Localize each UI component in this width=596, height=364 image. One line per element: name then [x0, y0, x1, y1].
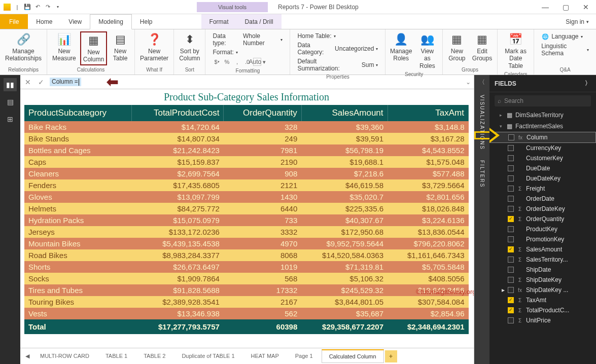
- field-item[interactable]: ΣTaxAmt: [489, 295, 596, 305]
- model-view-icon[interactable]: ⊞: [4, 113, 17, 126]
- add-page-button[interactable]: +: [385, 350, 397, 362]
- field-item[interactable]: ΣFreight: [489, 184, 596, 194]
- sort-by-column-button[interactable]: ⬍Sort by Column: [177, 31, 202, 63]
- sheet-tab[interactable]: HEAT MAP: [243, 349, 287, 363]
- field-item[interactable]: ΣSalesTerritory...: [489, 254, 596, 265]
- field-checkbox[interactable]: [508, 297, 514, 303]
- field-item[interactable]: ΣUnitPrice: [489, 315, 596, 325]
- field-checkbox[interactable]: [508, 134, 514, 140]
- view-as-roles-button[interactable]: 👥View as Roles: [415, 31, 439, 70]
- new-table-button[interactable]: ▤New Table: [109, 31, 131, 63]
- field-checkbox[interactable]: [508, 206, 514, 212]
- home-menu[interactable]: Home: [28, 14, 60, 29]
- fields-search-input[interactable]: ⌕Search: [495, 95, 591, 106]
- field-checkbox[interactable]: [508, 155, 514, 161]
- fields-table[interactable]: ▾▦FactInternetSales: [489, 121, 596, 132]
- field-item[interactable]: ProductKey: [489, 224, 596, 234]
- new-group-button[interactable]: ▦New Group: [446, 31, 468, 63]
- column-header[interactable]: SalesAmount: [301, 105, 388, 121]
- sheet-tab[interactable]: TABLE 1: [98, 349, 135, 363]
- field-item[interactable]: CustomerKey: [489, 153, 596, 163]
- sheet-tab[interactable]: TABLE 2: [136, 349, 173, 363]
- sheet-tab[interactable]: Page 1: [288, 349, 321, 363]
- mark-as-date-table-button[interactable]: 📅Mark as Date Table: [501, 31, 531, 70]
- percent-icon[interactable]: %: [223, 58, 231, 66]
- datadrill-menu[interactable]: Data / Drill: [237, 14, 282, 29]
- field-checkbox[interactable]: [508, 175, 514, 181]
- sheet-tab[interactable]: Duplicate of TABLE 1: [174, 349, 242, 363]
- field-item[interactable]: ΣOrderQuantity: [489, 214, 596, 224]
- field-checkbox[interactable]: [508, 307, 514, 313]
- comma-icon[interactable]: ,: [233, 58, 241, 66]
- minimize-icon[interactable]: —: [535, 0, 555, 14]
- sheet-tab[interactable]: MULTI-ROW CARD: [32, 349, 97, 363]
- format-menu[interactable]: Format: [201, 14, 237, 29]
- field-checkbox[interactable]: [508, 267, 514, 273]
- data-view-icon[interactable]: ▤: [4, 95, 17, 108]
- column-header[interactable]: TaxAmt: [388, 105, 468, 121]
- undo-icon[interactable]: ↶: [33, 3, 42, 11]
- edit-groups-button[interactable]: ▦Edit Groups: [470, 31, 494, 63]
- field-item[interactable]: OrderDate: [489, 194, 596, 204]
- field-checkbox[interactable]: [508, 277, 514, 283]
- field-item[interactable]: ShipDate: [489, 265, 596, 275]
- field-item[interactable]: DueDate: [489, 163, 596, 173]
- filters-tab[interactable]: FILTERS: [479, 155, 485, 193]
- field-item[interactable]: DueDateKey: [489, 173, 596, 184]
- field-item[interactable]: ΣShipDateKey: [489, 275, 596, 285]
- formula-bar[interactable]: ✕ ✓ Column = ⬅ ⌄: [20, 75, 474, 89]
- manage-relationships-button[interactable]: 🔗Manage Relationships: [3, 31, 44, 63]
- chevron-down-icon[interactable]: ▾: [334, 34, 336, 39]
- cancel-formula-icon[interactable]: ✕: [23, 78, 32, 87]
- field-item[interactable]: CurrencyKey: [489, 143, 596, 153]
- column-header[interactable]: OrderQuantity: [224, 105, 301, 121]
- field-item[interactable]: ▸fxShipDateKey ...: [489, 285, 596, 295]
- field-checkbox[interactable]: [508, 246, 514, 252]
- close-icon[interactable]: ✕: [576, 0, 596, 14]
- field-item[interactable]: PromotionKey: [489, 234, 596, 244]
- field-checkbox[interactable]: [508, 145, 514, 151]
- synonyms-button[interactable]: [507, 30, 530, 32]
- qat-more-icon[interactable]: ▾: [54, 3, 62, 11]
- field-item[interactable]: ΣTotalProductC...: [489, 305, 596, 315]
- new-parameter-button[interactable]: ❓New Parameter: [138, 31, 170, 63]
- collapse-fields-icon[interactable]: 〉: [585, 79, 591, 88]
- column-header[interactable]: ProductSubcategory: [24, 105, 131, 121]
- report-view-icon[interactable]: ▮▮: [4, 78, 17, 91]
- chevron-down-icon[interactable]: ▾: [281, 38, 283, 42]
- chevron-down-icon[interactable]: ▾: [376, 63, 378, 67]
- currency-icon[interactable]: $▾: [213, 58, 221, 66]
- commit-formula-icon[interactable]: ✓: [37, 78, 46, 87]
- expand-formula-icon[interactable]: ⌄: [466, 79, 471, 86]
- fields-table[interactable]: ▸▦DimSalesTerritory: [489, 110, 596, 121]
- new-column-button[interactable]: ▦New Column: [80, 31, 107, 65]
- view-menu[interactable]: View: [60, 14, 90, 29]
- field-checkbox[interactable]: [508, 317, 514, 323]
- file-menu[interactable]: File: [0, 14, 28, 29]
- chevron-down-icon[interactable]: ▾: [376, 47, 378, 51]
- field-checkbox[interactable]: [508, 257, 514, 263]
- field-item[interactable]: ΣSalesAmount: [489, 244, 596, 254]
- field-checkbox[interactable]: [508, 165, 514, 171]
- expand-panel-icon[interactable]: 〈: [479, 78, 485, 90]
- field-item[interactable]: ΣOrderDateKey: [489, 204, 596, 214]
- chevron-down-icon[interactable]: ▾: [236, 50, 238, 55]
- field-checkbox[interactable]: [508, 287, 514, 293]
- formula-input[interactable]: Column =: [50, 78, 81, 86]
- tab-scroll-left-icon[interactable]: ◀: [23, 352, 31, 360]
- new-measure-button[interactable]: 📊New Measure: [50, 31, 78, 63]
- field-checkbox[interactable]: [508, 226, 514, 232]
- field-checkbox[interactable]: [508, 186, 514, 192]
- save-icon[interactable]: 💾: [23, 3, 31, 11]
- column-header[interactable]: TotalProductCost: [131, 105, 224, 121]
- maximize-icon[interactable]: ▢: [555, 0, 576, 14]
- field-checkbox[interactable]: [508, 236, 514, 242]
- field-item[interactable]: fxColumn: [489, 132, 596, 143]
- modeling-menu[interactable]: Modeling: [90, 14, 132, 29]
- field-checkbox[interactable]: [508, 216, 514, 222]
- auto-select[interactable]: Auto ▾: [253, 58, 261, 66]
- manage-roles-button[interactable]: 👤Manage Roles: [389, 31, 413, 63]
- sheet-tab[interactable]: Calculated Column: [322, 349, 384, 363]
- help-menu[interactable]: Help: [132, 14, 161, 29]
- visualizations-tab[interactable]: VISUALIZATIONS: [479, 90, 485, 155]
